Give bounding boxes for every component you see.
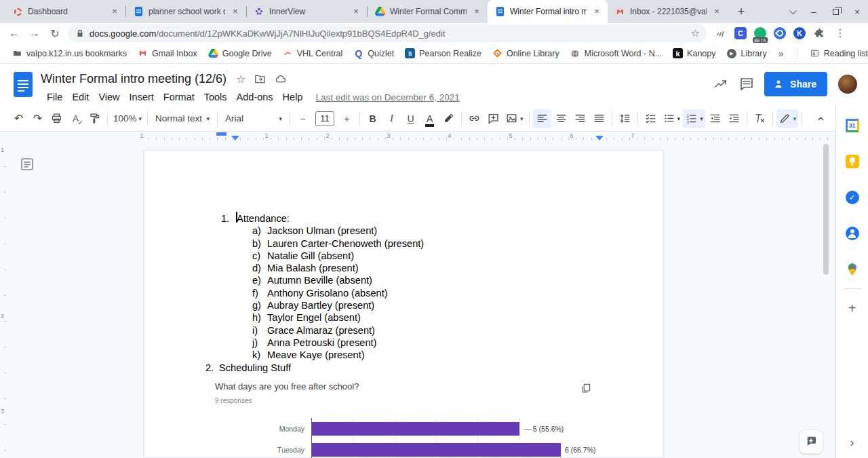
bookmark-kanopy[interactable]: k Kanopy [667,45,721,62]
back-button[interactable]: ← [5,24,23,42]
decrease-indent-button[interactable] [706,109,724,128]
increase-indent-button[interactable] [725,109,743,128]
paragraph-style-select[interactable]: Normal text▾ [151,109,214,128]
bookmark-star-icon[interactable]: ☆ [691,27,700,39]
tab-close-icon[interactable]: × [109,6,120,17]
redo-button[interactable]: ↷ [28,109,47,128]
tab-innerview[interactable]: InnerView × [247,0,367,23]
undo-button[interactable]: ↶ [9,109,28,128]
bookmark-gmail-inbox[interactable]: Gmail Inbox [132,45,203,62]
italic-button[interactable]: I [382,109,401,128]
keep-icon[interactable] [846,155,859,168]
document-page[interactable]: 1.Attendance: a)Jackson Ulman (present)b… [144,150,664,458]
calendar-icon[interactable]: 31 [846,119,859,132]
right-indent-marker[interactable] [595,136,604,140]
tab-close-icon[interactable]: × [230,6,241,17]
bookmark-valpo-folder[interactable]: valpo.k12.in.us bookmarks [7,45,132,62]
justify-button[interactable] [590,109,608,128]
tab-inbox[interactable]: Inbox - 2221035@valp × [608,0,728,23]
minimize-button[interactable]: – [803,0,825,23]
bookmark-google-drive[interactable]: Google Drive [203,45,277,62]
left-indent-marker[interactable] [231,136,239,140]
contacts-icon[interactable] [846,227,859,240]
bookmark-microsoft-word[interactable]: Microsoft Word - N... [565,45,667,62]
line-spacing-button[interactable] [616,109,634,128]
extensions-puzzle-icon[interactable] [812,26,827,41]
text-color-button[interactable]: A [420,109,439,128]
copy-chart-icon[interactable] [580,383,591,394]
reading-list-button[interactable]: Reading list [804,45,868,62]
tasks-icon[interactable]: ✓ [846,191,859,204]
font-select[interactable]: Arial▾ [221,109,286,128]
extension-clever-icon[interactable]: C [733,26,748,41]
share-button[interactable]: Share [764,72,827,96]
align-center-button[interactable] [552,109,570,128]
extension-kami-icon[interactable]: K [792,26,807,41]
tab-close-icon[interactable]: × [711,6,722,17]
google-docs-logo[interactable] [14,72,33,97]
paint-format-button[interactable] [85,109,104,128]
get-addons-button[interactable]: + [848,301,856,315]
add-comment-button[interactable] [484,109,502,128]
menu-item[interactable]: Insert [125,90,159,104]
menu-item[interactable]: File [42,90,67,104]
bulleted-list-button[interactable]: ▾ [660,109,683,128]
reload-button[interactable]: ↻ [46,24,64,42]
zoom-select[interactable]: 100%▾ [111,109,144,128]
document-title[interactable]: Winter Formal intro meeting (12/6) [41,72,226,86]
tab-winter-formal-intro-active[interactable]: Winter Formal intro me × [488,0,608,23]
insert-link-button[interactable] [465,109,484,128]
bookmark-online-library[interactable]: Online Library [487,45,565,62]
forward-button[interactable]: → [26,24,43,42]
numbered-list-button[interactable]: 123▾ [683,109,705,128]
highlight-color-button[interactable] [439,109,458,128]
account-avatar[interactable] [837,73,859,95]
insert-image-button[interactable]: ▾ [503,109,526,128]
tab-close-icon[interactable]: × [351,6,361,17]
checklist-button[interactable] [642,109,660,128]
star-document-icon[interactable]: ☆ [236,73,245,85]
spellcheck-button[interactable]: A✓ [66,109,85,128]
extension-beta-icon[interactable]: BETA [753,26,768,41]
new-tab-button[interactable]: + [732,2,751,21]
tab-planner[interactable]: planner school work do × [126,0,246,23]
bold-button[interactable]: B [363,109,382,128]
tab-search-chevron-icon[interactable] [781,0,803,23]
side-panel-collapse-icon[interactable]: › [850,436,854,450]
bookmark-vhl-central[interactable]: VHL Central [277,45,349,62]
font-size-increase-button[interactable]: + [338,109,356,128]
tab-close-icon[interactable]: × [591,6,602,17]
tab-winter-formal-committee[interactable]: Winter Formal Commit × [368,0,488,23]
font-size-decrease-button[interactable]: − [294,109,312,128]
vertical-scrollbar[interactable] [823,144,829,275]
underline-button[interactable]: U [401,109,420,128]
menu-item[interactable]: Format [159,90,199,104]
last-edit-link[interactable]: Last edit was on December 6, 2021 [315,92,459,102]
first-line-indent-marker[interactable] [216,132,226,136]
font-size-input[interactable]: 11 [315,111,334,126]
editing-mode-button[interactable]: ▾ [776,109,799,128]
window-close-button[interactable]: × [846,0,868,23]
align-left-button[interactable] [533,109,551,128]
horizontal-ruler[interactable]: 1 1 2 3 4 5 6 7 [0,132,835,141]
extension-shield-icon[interactable] [772,26,787,41]
tab-close-icon[interactable]: × [471,6,482,17]
cloud-saved-icon[interactable] [275,73,288,85]
print-button[interactable] [47,109,66,128]
bookmark-quizlet[interactable]: Q Quizlet [348,45,399,62]
insights-icon[interactable] [713,76,729,92]
browser-menu-icon[interactable]: ⋮ [831,24,849,42]
vertical-ruler[interactable]: 1 2 3 [0,141,9,458]
menu-item[interactable]: Edit [67,90,94,104]
bookmark-library[interactable]: ▶ Library [722,45,772,62]
bookmarks-overflow-chevrons[interactable]: » [772,45,790,62]
menu-item[interactable]: Tools [199,90,232,104]
restore-button[interactable] [825,0,846,23]
explore-button[interactable] [799,430,823,454]
menu-item[interactable]: Help [278,90,308,104]
move-to-folder-icon[interactable] [254,73,267,85]
comments-icon[interactable] [738,76,755,92]
url-omnibox[interactable]: docs.google.com/document/d/1ZpWKKaDKwWjJ… [68,24,707,42]
menu-item[interactable]: View [94,90,124,104]
show-outline-button[interactable] [19,156,35,172]
